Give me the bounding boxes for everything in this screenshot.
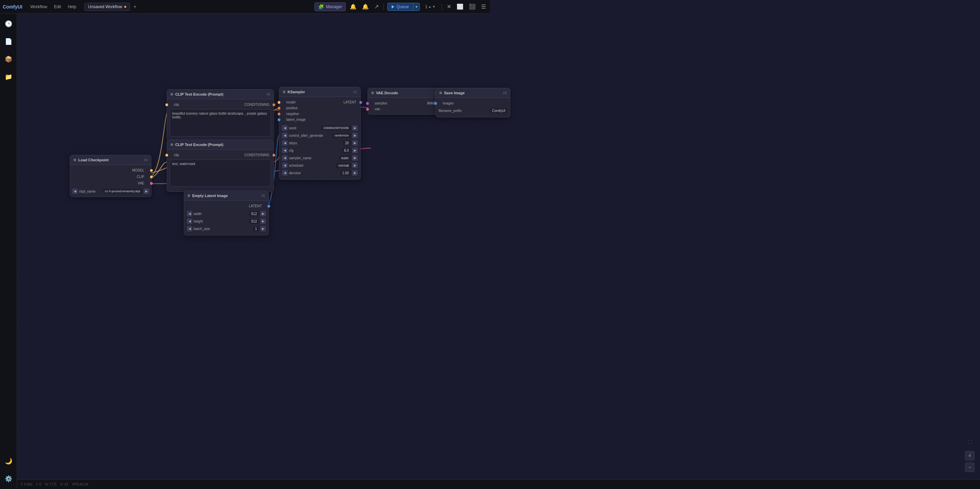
ksampler-id: #3 <box>353 90 357 94</box>
ckpt-prev-btn[interactable]: ◀ <box>72 188 78 194</box>
minimize-window-icon[interactable]: ⬜ <box>455 2 465 11</box>
bell-icon[interactable]: 🔔 <box>361 2 370 11</box>
height-prev[interactable]: ◀ <box>187 218 192 224</box>
app-logo[interactable]: ComfyUI <box>3 4 22 10</box>
ckpt-widget: ◀ ckpt_name v1-5-pruned-emaonly.ckpt ▶ <box>72 188 149 194</box>
control-value[interactable]: randomize <box>332 133 351 138</box>
node-status-dot <box>371 92 374 94</box>
sampler-prev[interactable]: ◀ <box>282 155 288 161</box>
clip-text-pos-title: CLIP Text Encode (Prompt) <box>175 92 223 96</box>
ksampler-title: KSampler <box>288 90 305 94</box>
batch-next[interactable]: ▶ <box>260 226 266 231</box>
cfg-row: ◀ cfg 8.0 ▶ <box>279 147 360 154</box>
maximize-window-icon[interactable]: ⬛ <box>468 2 477 11</box>
seed-prev[interactable]: ◀ <box>282 125 288 131</box>
width-next[interactable]: ▶ <box>260 211 266 217</box>
hamburger-icon[interactable]: ☰ <box>480 2 487 11</box>
vae-decode-title: VAE Decode <box>376 91 398 95</box>
play-icon <box>392 5 395 8</box>
port-images-label: images <box>440 101 456 105</box>
height-value[interactable]: 512 <box>249 219 259 224</box>
port-latent-out-dot[interactable] <box>360 101 362 104</box>
menu-help[interactable]: Help <box>65 3 79 11</box>
port-model-dot[interactable] <box>150 169 153 172</box>
sampler-next[interactable]: ▶ <box>352 155 358 161</box>
menu-workflow[interactable]: Workflow <box>28 3 50 11</box>
sidebar-icon-models[interactable]: 📦 <box>2 53 14 65</box>
tab-title: Unsaved Workflow <box>88 5 122 9</box>
menu-edit[interactable]: Edit <box>51 3 64 11</box>
sidebar-icon-notes[interactable]: 📄 <box>2 35 14 48</box>
clip-text-neg-area[interactable]: text, watermark <box>170 159 271 187</box>
width-prev[interactable]: ◀ <box>187 211 192 217</box>
port-model: MODEL <box>70 168 151 173</box>
clip-text-pos-body: clip CONDITIONING beautiful scenery natu… <box>167 99 274 141</box>
port-vae-dot[interactable] <box>150 182 153 185</box>
control-prev[interactable]: ◀ <box>282 133 288 138</box>
port-clip-dot[interactable] <box>150 175 153 178</box>
save-image-title: Save Image <box>444 91 465 95</box>
height-next[interactable]: ▶ <box>260 218 266 224</box>
close-window-icon[interactable]: ✕ <box>445 2 453 11</box>
count-up-arrow[interactable]: ▲ <box>428 5 431 8</box>
manager-label: Manager <box>326 5 342 9</box>
manager-button[interactable]: 🧩 Manager <box>314 2 346 11</box>
cfg-next[interactable]: ▶ <box>352 148 358 153</box>
batch-prev[interactable]: ◀ <box>187 226 192 231</box>
count-down-arrow[interactable]: ▼ <box>432 5 436 8</box>
control-label: control_after_generate <box>289 134 331 137</box>
seed-label: seed <box>289 126 320 130</box>
seed-next[interactable]: ▶ <box>352 125 358 131</box>
scheduler-next[interactable]: ▶ <box>352 162 358 168</box>
tab-unsaved-workflow[interactable]: Unsaved Workflow <box>84 3 130 11</box>
tab-add-button[interactable]: + <box>131 3 138 11</box>
batch-value[interactable]: 1 <box>253 226 259 231</box>
queue-run-button[interactable]: Queue <box>388 3 413 11</box>
control-next[interactable]: ▶ <box>352 133 358 138</box>
cfg-prev[interactable]: ◀ <box>282 148 288 153</box>
port-clip-neg-in-dot[interactable] <box>165 154 168 156</box>
steps-prev[interactable]: ◀ <box>282 140 288 146</box>
port-conditioning-dot[interactable] <box>272 104 275 106</box>
ckpt-next-btn[interactable]: ▶ <box>143 188 149 194</box>
port-negative-dot[interactable] <box>278 113 280 115</box>
steps-next[interactable]: ▶ <box>352 140 358 146</box>
scheduler-prev[interactable]: ◀ <box>282 162 288 168</box>
port-latent-in-label: latent_image <box>283 118 308 121</box>
load-checkpoint-header: Load Checkpoint #4 <box>70 155 151 165</box>
port-clip-in-label: clip <box>171 103 182 107</box>
denoise-prev[interactable]: ◀ <box>282 170 288 175</box>
steps-value[interactable]: 20 <box>343 140 351 146</box>
sidebar-icon-folder[interactable]: 📁 <box>2 71 14 83</box>
port-latent-in-dot[interactable] <box>278 118 280 121</box>
port-positive-dot[interactable] <box>278 107 280 110</box>
clip-text-pos-area[interactable]: beautiful scenery nature glass bottle la… <box>170 109 271 137</box>
canvas[interactable]: Load Checkpoint #4 MODEL CLIP VAE ◀ ckpt… <box>17 14 490 244</box>
cfg-value[interactable]: 8.0 <box>342 148 351 153</box>
seed-value[interactable]: 156680208700286 <box>321 126 351 130</box>
scheduler-value[interactable]: normal <box>336 163 351 168</box>
port-model-in-dot[interactable] <box>278 101 280 104</box>
sampler-value[interactable]: euler <box>339 156 351 161</box>
separator <box>383 3 384 10</box>
sidebar-icon-history[interactable]: 🕒 <box>2 18 14 30</box>
port-vae-in-dot[interactable] <box>366 108 369 111</box>
share-icon[interactable]: ↗ <box>373 2 380 11</box>
tab-unsaved-dot <box>124 6 126 8</box>
node-status-dot <box>73 159 76 161</box>
port-images-in-dot[interactable] <box>434 102 437 105</box>
denoise-next[interactable]: ▶ <box>352 170 358 175</box>
width-value[interactable]: 512 <box>249 211 259 217</box>
clip-text-neg-node: CLIP Text Encode (Prompt) clip CONDITION… <box>167 140 274 192</box>
port-samples-label: samples <box>372 101 390 105</box>
port-conditioning-neg-dot[interactable] <box>272 154 275 156</box>
port-clip-label: CLIP <box>134 175 147 178</box>
port-latent-out-dot2[interactable] <box>267 205 270 207</box>
vae-decode-header: VAE Decode #8 <box>368 88 442 98</box>
denoise-value[interactable]: 1.00 <box>340 170 351 175</box>
queue-dropdown-button[interactable]: ▾ <box>413 3 420 11</box>
notification-icon[interactable]: 🔔 <box>348 2 358 11</box>
port-samples-in-dot[interactable] <box>366 102 369 105</box>
port-clip-in-dot[interactable] <box>165 104 168 106</box>
ckpt-value[interactable]: v1-5-pruned-emaonly.ckpt <box>103 189 142 194</box>
